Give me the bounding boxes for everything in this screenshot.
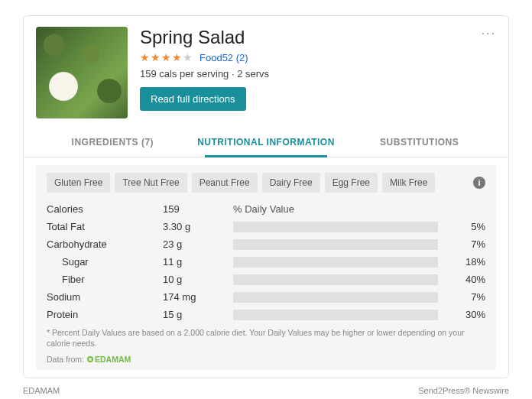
nutrition-table: Calories 159 % Daily Value Total Fat3.30…: [47, 200, 485, 323]
tab-bar: INGREDIENTS (7) NUTRITIONAL INFORMATION …: [24, 129, 508, 157]
dv-percent: 18%: [447, 256, 485, 268]
diet-chip: Tree Nut Free: [115, 173, 187, 193]
rating-stars: ★★★★★: [140, 51, 193, 63]
nutrition-row: Sugar11 g18%: [47, 253, 485, 271]
tab-nutrition[interactable]: NUTRITIONAL INFORMATION: [190, 129, 343, 157]
dv-percent: 30%: [447, 309, 485, 320]
nutrient-name: Carbohydrate: [47, 238, 154, 250]
info-icon[interactable]: i: [473, 177, 485, 189]
recipe-header: Spring Salad ★★★★★ Food52 (2) 159 cals p…: [36, 27, 496, 118]
diet-chip: Gluten Free: [47, 173, 110, 193]
nutrient-value: 11 g: [163, 256, 224, 268]
rating-row: ★★★★★ Food52 (2): [140, 51, 496, 63]
nutrition-row: Fiber10 g40%: [47, 271, 485, 288]
nutrition-row: Protein15 g30%: [47, 306, 485, 323]
dv-bar-track: [233, 274, 438, 285]
nutrient-name: Total Fat: [47, 221, 154, 232]
diet-chip: Dairy Free: [262, 173, 320, 193]
recipe-card: Spring Salad ★★★★★ Food52 (2) 159 cals p…: [23, 15, 509, 378]
data-attribution: Data from: EDAMAM: [47, 355, 485, 364]
dv-percent: 40%: [447, 274, 485, 285]
tab-substitutions[interactable]: SUBSTITUTIONS: [342, 129, 496, 157]
diet-chips-row: Gluten Free Tree Nut Free Peanut Free Da…: [47, 173, 485, 193]
nutrient-name: Sodium: [47, 291, 154, 303]
edamam-icon: [87, 356, 93, 362]
dv-header: % Daily Value: [233, 203, 438, 215]
dv-percent: 5%: [447, 221, 485, 232]
recipe-thumbnail: [36, 27, 128, 118]
nutrient-name: Protein: [47, 309, 154, 320]
recipe-source-link[interactable]: Food52 (2): [200, 52, 248, 63]
footer-left: EDAMAM: [23, 386, 60, 395]
nutrient-value: 23 g: [163, 238, 224, 250]
nutrient-value: 174 mg: [163, 291, 224, 303]
tab-ingredients[interactable]: INGREDIENTS (7): [36, 129, 190, 157]
more-menu-icon[interactable]: ···: [482, 27, 496, 41]
dv-percent: 7%: [447, 291, 485, 303]
dv-percent: 7%: [447, 238, 485, 250]
dv-bar-track: [233, 222, 438, 232]
nutrient-name: Fiber: [47, 274, 154, 285]
dv-footnote: * Percent Daily Values are based on a 2,…: [47, 328, 485, 349]
dv-bar-track: [233, 239, 438, 250]
diet-chip: Egg Free: [325, 173, 378, 193]
nutrition-row: Carbohydrate23 g7%: [47, 235, 485, 253]
nutrient-value: 159: [163, 203, 224, 215]
nutrition-header-row: Calories 159 % Daily Value: [47, 200, 485, 218]
nutrient-name: Calories: [47, 203, 154, 215]
dv-bar-track: [233, 257, 438, 268]
nutrient-name: Sugar: [47, 256, 154, 268]
page-footer: EDAMAM Send2Press® Newswire: [0, 378, 532, 395]
serving-info: 159 cals per serving · 2 servs: [140, 68, 496, 79]
read-directions-button[interactable]: Read full directions: [140, 87, 246, 111]
nutrient-value: 15 g: [163, 309, 224, 320]
nutrition-panel: Gluten Free Tree Nut Free Peanut Free Da…: [36, 165, 496, 370]
nutrition-row: Sodium174 mg7%: [47, 288, 485, 306]
title-block: Spring Salad ★★★★★ Food52 (2) 159 cals p…: [140, 27, 496, 118]
edamam-logo: EDAMAM: [87, 355, 131, 364]
dv-bar-track: [233, 310, 438, 320]
nutrient-value: 10 g: [163, 274, 224, 285]
diet-chip: Milk Free: [382, 173, 435, 193]
dv-bar-track: [233, 292, 438, 303]
nutrition-row: Total Fat3.30 g5%: [47, 218, 485, 235]
recipe-title: Spring Salad: [140, 27, 496, 48]
diet-chip: Peanut Free: [192, 173, 258, 193]
footer-right: Send2Press® Newswire: [418, 386, 509, 395]
nutrient-value: 3.30 g: [163, 221, 224, 232]
